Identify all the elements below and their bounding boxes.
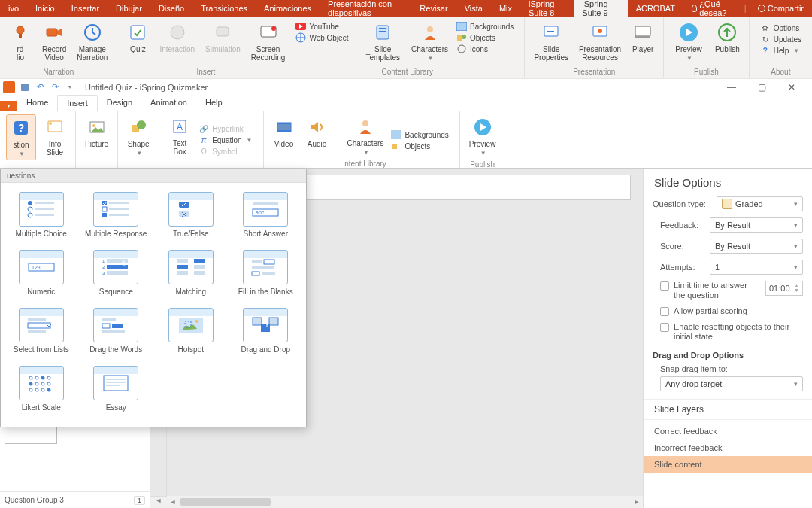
svg-point-103 <box>47 382 50 385</box>
layer-slide-content[interactable]: Slide content <box>644 456 812 473</box>
screen-recording-button[interactable]: ScreenRecording <box>248 20 289 63</box>
presentation-resources-button[interactable]: PresentationResources <box>576 20 624 63</box>
info-slide-button[interactable]: InfoSlide <box>41 114 69 160</box>
qm-tab-design[interactable]: Design <box>98 95 141 111</box>
file-tab[interactable] <box>0 101 17 111</box>
characters-button[interactable]: Characters▼ <box>408 20 452 64</box>
question-type-short-answer[interactable]: abcShort Answer <box>229 187 304 245</box>
attempts-select[interactable]: 1 <box>710 260 803 275</box>
quiz-button[interactable]: Quiz <box>123 20 152 63</box>
undo-icon[interactable]: ↶ <box>35 82 45 93</box>
updates-button[interactable]: ↻Updates <box>760 34 801 44</box>
layer-incorrect-feedback[interactable]: Incorrect feedback <box>644 440 812 456</box>
preview-button-qm[interactable]: Preview▼ <box>466 114 499 159</box>
slide-templates-button[interactable]: SlideTemplates <box>362 20 403 64</box>
publish-button[interactable]: Publish <box>712 20 743 64</box>
reset-objects-checkbox[interactable] <box>660 323 669 332</box>
limit-time-checkbox[interactable] <box>660 281 669 291</box>
record-video-button[interactable]: RecordVideo <box>39 20 69 63</box>
ppt-tab-mix[interactable]: Mix <box>491 0 520 17</box>
minimize-button[interactable]: — <box>722 82 741 93</box>
question-type-numeric[interactable]: 123Numeric <box>4 245 79 303</box>
qm-tab-help[interactable]: Help <box>196 95 232 111</box>
score-select[interactable]: By Result <box>710 239 803 254</box>
ppt-tab-inicio[interactable]: Inicio <box>27 0 63 17</box>
question-type-essay[interactable]: Essay <box>79 361 154 419</box>
objects-button-qm[interactable]: Objects <box>391 141 448 151</box>
qm-tab-home[interactable]: Home <box>17 95 57 111</box>
qm-tab-insert[interactable]: Insert <box>57 95 98 111</box>
qat-customize-icon[interactable]: ▾ <box>65 82 75 93</box>
ppt-tab-transiciones[interactable]: Transiciones <box>192 0 256 17</box>
question-type-matching[interactable]: Matching <box>153 245 229 303</box>
hscroll-left[interactable]: ◄ <box>150 496 167 508</box>
question-type-hotspot[interactable]: Hotspot <box>153 303 229 361</box>
save-icon[interactable] <box>20 82 30 93</box>
snap-target-select[interactable]: Any drop target <box>660 376 803 391</box>
svg-rect-4 <box>131 26 144 39</box>
manage-narration-button[interactable]: ManageNarration <box>74 20 111 63</box>
objects-button[interactable]: Objects <box>456 32 514 43</box>
svg-rect-72 <box>177 259 188 263</box>
options-button[interactable]: ⚙Options <box>760 23 801 33</box>
ppt-tab-ispring-suite-9[interactable]: iSpring Suite 9 <box>574 0 627 17</box>
textbox-button[interactable]: ATextBox <box>165 114 194 157</box>
ppt-tab-dibujar[interactable]: Dibujar <box>108 0 150 17</box>
layer-correct-feedback[interactable]: Correct feedback <box>644 423 812 440</box>
scroll-thumb[interactable] <box>180 498 271 506</box>
player-button[interactable]: Player <box>629 20 657 63</box>
picture-button[interactable]: Picture <box>82 114 111 150</box>
partial-scoring-checkbox[interactable] <box>660 307 669 316</box>
question-type-true-false[interactable]: True/False <box>153 187 229 245</box>
slide-properties-button[interactable]: SlideProperties <box>531 20 571 63</box>
equation-button[interactable]: πEquation▼ <box>198 135 252 146</box>
ppt-tab-revisar[interactable]: Revisar <box>411 0 456 17</box>
question-type-select[interactable]: Graded <box>717 196 803 211</box>
question-type-sequence[interactable]: 123Sequence <box>79 245 154 303</box>
question-type-select-from-lists[interactable]: Select from Lists <box>4 303 79 361</box>
ppt-tab-animaciones[interactable]: Animaciones <box>256 0 320 17</box>
scroll-left-icon[interactable]: ◄ <box>167 498 179 506</box>
share-button[interactable]: Compartir <box>750 0 812 17</box>
video-button[interactable]: Video <box>270 114 298 150</box>
insert-mini-list: YouTube Web Object <box>291 20 353 76</box>
shape-button[interactable]: Shape▼ <box>124 114 153 159</box>
question-type-multiple-response[interactable]: Multiple Response <box>79 187 154 245</box>
question-type-drag-the-words[interactable]: Drag the Words <box>79 303 154 361</box>
maximize-button[interactable]: ▢ <box>752 82 771 93</box>
horizontal-scrollbar[interactable]: ◄ ► <box>167 496 643 508</box>
question-button[interactable]: ?stion▼ <box>6 114 36 160</box>
ppt-tab-ivo[interactable]: ivo <box>0 0 27 17</box>
quick-access-toolbar: ↶ ↷ ▾ <box>20 82 75 93</box>
ppt-tab-vista[interactable]: Vista <box>456 0 491 17</box>
question-type-label: Question type: <box>653 199 712 208</box>
tell-me-search[interactable]: ¿Qué desea? <box>683 0 741 17</box>
ppt-tab-acrobat[interactable]: ACROBAT <box>628 0 683 17</box>
time-input[interactable]: 01:00▲▼ <box>765 281 803 296</box>
ppt-tab-presentación-con-diapositivas[interactable]: Presentación con diapositivas <box>320 0 411 17</box>
backgrounds-button[interactable]: Backgrounds <box>456 21 514 32</box>
characters-button-qm[interactable]: Characters▼ <box>344 114 387 158</box>
redo-icon[interactable]: ↷ <box>50 82 60 93</box>
svg-rect-84 <box>28 323 50 328</box>
ppt-tab-diseño[interactable]: Diseño <box>150 0 192 17</box>
close-button[interactable]: ✕ <box>782 82 801 93</box>
question-type-drag-and-drop[interactable]: Drag and Drop <box>229 303 304 361</box>
audio-button[interactable]: Audio <box>303 114 332 150</box>
icons-button[interactable]: Icons <box>456 44 514 54</box>
svg-point-91 <box>195 320 198 323</box>
feedback-select[interactable]: By Result <box>710 217 803 233</box>
preview-button[interactable]: Preview▼ <box>670 20 707 64</box>
web-object-button[interactable]: Web Object <box>295 32 348 43</box>
scroll-right-icon[interactable]: ► <box>631 498 643 506</box>
ppt-tab-ispring-suite-8[interactable]: iSpring Suite 8 <box>520 0 574 17</box>
question-type-fill-in-the-blanks[interactable]: Fill in the Blanks <box>229 245 304 303</box>
backgrounds-button-qm[interactable]: Backgrounds <box>391 129 448 140</box>
question-type-likert-scale[interactable]: Likert Scale <box>4 361 79 419</box>
ppt-tab-insertar[interactable]: Insertar <box>63 0 108 17</box>
help-button[interactable]: ?Help▼ <box>760 45 801 56</box>
qm-tab-animation[interactable]: Animation <box>141 95 196 111</box>
record-audio-button[interactable]: rdlio <box>6 20 35 63</box>
question-type-multiple-choice[interactable]: Multiple Choice <box>4 187 79 245</box>
youtube-button[interactable]: YouTube <box>295 21 348 32</box>
